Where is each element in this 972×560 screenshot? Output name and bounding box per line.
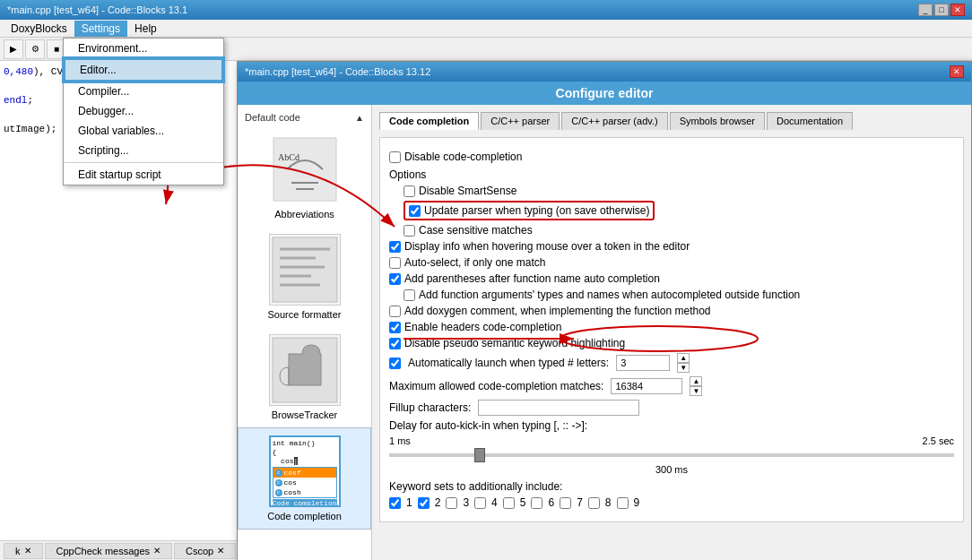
sidebar-item-source-formatter[interactable]: Source formatter: [238, 227, 371, 327]
max-matches-input[interactable]: [611, 378, 682, 394]
fillup-input[interactable]: [478, 400, 639, 416]
auto-launch-down[interactable]: ▼: [677, 363, 690, 373]
tab-code-completion[interactable]: Code completion: [379, 112, 479, 130]
auto-launch-up[interactable]: ▲: [677, 353, 690, 363]
disable-code-completion-label: Disable code-completion: [404, 151, 522, 163]
update-parser-row: Update parser when typing (on save other…: [404, 201, 954, 220]
disable-smart-sense-row: Disable SmartSense: [404, 185, 954, 197]
status-tab-cscop[interactable]: Cscop ✕: [174, 543, 236, 559]
close-btn[interactable]: ✕: [950, 4, 965, 16]
fillup-label: Fillup characters:: [389, 401, 471, 414]
auto-select-checkbox[interactable]: [389, 257, 401, 269]
sidebar-item-browse-tracker[interactable]: BrowseTracker: [238, 327, 371, 427]
add-doxygen-label: Add doxygen comment, when implementing t…: [404, 305, 711, 317]
keyword-2-checkbox[interactable]: [418, 497, 430, 509]
max-matches-down[interactable]: ▼: [690, 386, 702, 396]
menu-help[interactable]: Help: [127, 21, 164, 37]
browse-tracker-icon: [269, 334, 341, 406]
keyword-8-checkbox[interactable]: [588, 497, 600, 509]
add-function-args-checkbox[interactable]: [404, 289, 415, 301]
auto-select-label: Auto-select, if only one match: [404, 256, 545, 269]
run-btn[interactable]: ▶: [4, 39, 23, 59]
max-matches-row: Maximum allowed code-completion matches:…: [389, 376, 954, 396]
slider-thumb[interactable]: [474, 448, 485, 462]
slider-min: 1 ms: [389, 435, 411, 446]
menu-environment[interactable]: Environment...: [64, 39, 223, 58]
disable-smart-sense-checkbox[interactable]: [404, 185, 415, 197]
delay-label: Delay for auto-kick-in when typing [, ::…: [389, 419, 954, 432]
keyword-9-checkbox[interactable]: [617, 497, 629, 509]
slider-container: 1 ms 2.5 sec 300 ms: [389, 435, 954, 475]
keyword-5-label: 5: [520, 496, 526, 509]
dialog-content: Code completion C/C++ parser C/C++ parse…: [372, 105, 971, 560]
build-btn[interactable]: ⚙: [25, 39, 45, 59]
keyword-3-checkbox[interactable]: [446, 497, 457, 509]
status-tab-cppcheck[interactable]: CppCheck messages ✕: [45, 543, 173, 559]
add-parentheses-label: Add parentheses after function name auto…: [404, 272, 660, 285]
display-info-checkbox[interactable]: [389, 241, 401, 253]
keyword-4-label: 4: [491, 496, 498, 509]
svg-rect-2: [273, 237, 337, 302]
menu-scripting[interactable]: Scripting...: [64, 141, 223, 160]
auto-launch-checkbox[interactable]: [389, 358, 401, 369]
menu-doxyblocks[interactable]: DoxyBlocks: [4, 21, 74, 37]
auto-launch-row: Automatically launch when typed # letter…: [389, 353, 954, 373]
add-parentheses-row: Add parentheses after function name auto…: [389, 272, 954, 285]
disable-pseudo-checkbox[interactable]: [389, 338, 401, 349]
configure-editor-heading: Configure editor: [238, 82, 971, 105]
max-matches-spinner: ▲ ▼: [690, 376, 702, 396]
auto-launch-input[interactable]: [616, 355, 670, 371]
tab-cpp-parser[interactable]: C/C++ parser: [481, 112, 560, 130]
keyword-sets-label: Keyword sets to additionally include:: [389, 480, 954, 493]
auto-launch-spinner: ▲ ▼: [677, 353, 690, 373]
add-parentheses-checkbox[interactable]: [389, 273, 401, 285]
add-doxygen-checkbox[interactable]: [389, 306, 401, 317]
status-tab-k-close[interactable]: ✕: [24, 546, 31, 556]
disable-pseudo-label: Disable pseudo semantic keyword highligh…: [404, 337, 625, 349]
keyword-1-checkbox[interactable]: [389, 497, 401, 509]
source-formatter-label: Source formatter: [268, 309, 342, 320]
disable-code-completion-checkbox[interactable]: [389, 151, 401, 163]
sidebar-header: Default code ▲: [238, 108, 371, 126]
dialog-title-bar: *main.cpp [test_w64] - Code::Blocks 13.1…: [238, 62, 971, 82]
tab-documentation[interactable]: Documentation: [767, 112, 853, 130]
tab-cpp-parser-adv[interactable]: C/C++ parser (adv.): [561, 112, 667, 130]
status-tab-cppcheck-close[interactable]: ✕: [153, 546, 161, 556]
auto-launch-label: Automatically launch when typed # letter…: [408, 357, 609, 369]
keyword-6-checkbox[interactable]: [531, 497, 542, 509]
menu-separator: [64, 162, 223, 163]
status-tab-cscop-close[interactable]: ✕: [217, 546, 224, 556]
slider-max: 2.5 sec: [923, 435, 954, 446]
case-sensitive-checkbox[interactable]: [404, 225, 415, 237]
menu-settings[interactable]: Settings: [74, 21, 127, 37]
maximize-btn[interactable]: □: [934, 4, 949, 16]
sidebar-item-code-completion[interactable]: int main() { cos| ccosf ccos ccosh Code …: [238, 427, 371, 530]
keyword-9-label: 9: [634, 496, 640, 509]
max-matches-up[interactable]: ▲: [690, 376, 702, 386]
title-bar-buttons: _ □ ✕: [918, 4, 965, 16]
sidebar-item-abbreviations[interactable]: AbCd Abbreviations: [238, 126, 371, 227]
menu-compiler[interactable]: Compiler...: [64, 82, 223, 101]
max-matches-label: Maximum allowed code-completion matches:: [389, 380, 603, 392]
abbreviations-icon: AbCd: [269, 134, 341, 205]
enable-headers-checkbox[interactable]: [389, 322, 401, 333]
keyword-7-checkbox[interactable]: [560, 497, 571, 509]
slider-labels: 1 ms 2.5 sec: [389, 435, 954, 446]
minimize-btn[interactable]: _: [918, 4, 933, 16]
disable-smart-sense-label: Disable SmartSense: [419, 185, 516, 197]
display-info-label: Display info when hovering mouse over a …: [404, 240, 690, 253]
sidebar-scroll-up[interactable]: ▲: [355, 113, 364, 123]
keyword-5-checkbox[interactable]: [503, 497, 515, 509]
menu-debugger[interactable]: Debugger...: [64, 101, 223, 121]
main-title-bar: *main.cpp [test_w64] - Code::Blocks 13.1…: [0, 0, 972, 20]
tab-symbols-browser[interactable]: Symbols browser: [670, 112, 765, 130]
menu-editor[interactable]: Editor...: [64, 58, 223, 82]
update-parser-checkbox[interactable]: [409, 205, 421, 217]
status-tab-k[interactable]: k ✕: [4, 543, 43, 559]
menu-global-variables[interactable]: Global variables...: [64, 121, 223, 141]
menu-edit-startup[interactable]: Edit startup script: [64, 165, 223, 185]
browse-tracker-label: BrowseTracker: [272, 409, 338, 420]
enable-headers-label: Enable headers code-completion: [404, 321, 561, 333]
keyword-4-checkbox[interactable]: [474, 497, 486, 509]
dialog-close-btn[interactable]: ✕: [950, 65, 964, 78]
